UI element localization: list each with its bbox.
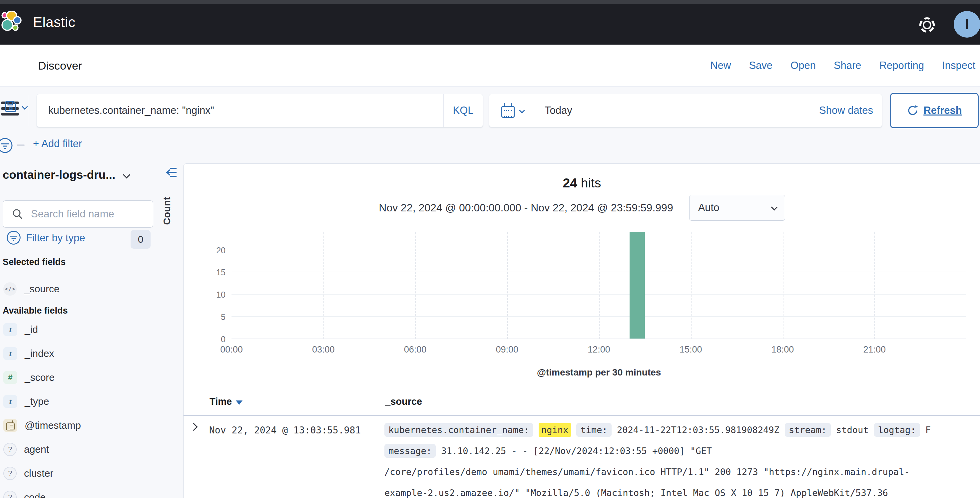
gridline-x-21	[874, 232, 875, 339]
column-header-time[interactable]: Time	[210, 396, 242, 407]
refresh-label: Refresh	[923, 105, 962, 116]
x-tick-00:00: 00:00	[208, 344, 255, 355]
refresh-button[interactable]: Refresh	[890, 93, 978, 128]
top-menu-link-share[interactable]: Share	[834, 60, 861, 71]
field-item-cluster[interactable]: ?cluster	[0, 464, 180, 483]
source-field-key: logtag:	[874, 423, 920, 437]
filter-by-type-row: Filter by type 0	[0, 229, 157, 250]
chevron-down-icon	[22, 103, 28, 109]
index-pattern-name: container-logs-dru...	[3, 168, 115, 181]
unknown-icon: ?	[3, 443, 17, 456]
field-name: @timestamp	[25, 420, 81, 431]
field-item--timestamp[interactable]: @timestamp	[0, 416, 180, 435]
highlighted-term: nginx	[539, 423, 571, 437]
filter-pin-dash	[17, 144, 25, 146]
field-item--type[interactable]: t_type	[0, 392, 180, 411]
number-icon: #	[3, 371, 18, 384]
add-filter-button[interactable]: + Add filter	[33, 138, 82, 150]
unknown-icon: ?	[3, 467, 17, 480]
date-icon	[3, 419, 18, 432]
query-language-button[interactable]: KQL	[443, 94, 483, 127]
source-field-key: stream:	[785, 423, 831, 437]
source-field-value: stdout	[836, 425, 869, 435]
field-item--index[interactable]: t_index	[0, 344, 180, 363]
y-tick-20: 20	[206, 246, 226, 255]
histogram-chart[interactable]: 0510152000:0003:0006:0009:0012:0015:0018…	[232, 232, 966, 339]
field-item--id[interactable]: t_id	[0, 320, 180, 339]
filter-count-badge: 0	[130, 230, 151, 249]
column-header-source[interactable]: _source	[385, 396, 422, 407]
index-pattern-switcher[interactable]: container-logs-dru...	[3, 168, 129, 181]
top-menu-link-inspect[interactable]: Inspect	[942, 60, 975, 71]
y-tick-10: 10	[206, 290, 226, 300]
help-icon[interactable]	[918, 16, 936, 33]
gridline-x-6	[415, 232, 416, 339]
filter-icon[interactable]	[0, 137, 13, 154]
selected-fields-heading: Selected fields	[3, 257, 65, 267]
query-bar[interactable]: kubernetes.container_name: "nginx" KQL	[37, 94, 483, 127]
window-top-strip	[0, 0, 980, 4]
query-input[interactable]: kubernetes.container_name: "nginx"	[48, 94, 214, 127]
field-name: _index	[25, 348, 54, 359]
x-tick-09:00: 09:00	[484, 344, 530, 355]
x-tick-03:00: 03:00	[300, 344, 347, 355]
calendar-icon	[501, 106, 515, 118]
gridline-x-3	[323, 232, 324, 339]
chevron-down-icon	[771, 204, 778, 211]
filter-by-type-button[interactable]: Filter by type	[26, 232, 85, 244]
y-tick-15: 15	[206, 268, 226, 277]
field-name: cluster	[24, 468, 53, 479]
y-axis-title: Count	[162, 188, 173, 234]
field-name: _id	[25, 324, 38, 335]
x-axis-title: @timestamp per 30 minutes	[232, 367, 966, 378]
show-dates-button[interactable]: Show dates	[819, 94, 873, 127]
save-icon	[4, 100, 18, 113]
string-icon: t	[3, 347, 18, 360]
doc-table-header: Time _source	[183, 389, 980, 416]
discover-app: Elastic I Discover NewSaveOpenShareRepor…	[0, 0, 980, 498]
field-item--score[interactable]: #_score	[0, 368, 180, 387]
user-avatar[interactable]: I	[954, 11, 980, 38]
field-name: agent	[24, 444, 49, 455]
gridline-x-12	[599, 232, 600, 339]
doc-row-source: kubernetes.container_name: nginx time: 2…	[384, 419, 951, 498]
string-icon: t	[3, 395, 18, 408]
top-menu-link-save[interactable]: Save	[749, 60, 773, 71]
time-range-label: Nov 22, 2024 @ 00:00:00.000 - Nov 22, 20…	[379, 202, 673, 214]
field-name: code	[24, 492, 46, 498]
interval-select[interactable]: Auto	[689, 195, 785, 221]
filter-icon	[6, 230, 21, 245]
x-tick-06:00: 06:00	[392, 344, 439, 355]
collapse-sidebar-icon[interactable]	[165, 166, 178, 179]
unknown-icon: ?	[3, 491, 17, 498]
x-tick-18:00: 18:00	[759, 344, 806, 355]
source-field-key: time:	[576, 423, 611, 437]
hits-count: 24	[563, 176, 577, 190]
search-icon	[12, 208, 24, 220]
expand-row-icon[interactable]	[189, 424, 201, 436]
gridline-x-18	[783, 232, 783, 339]
app-nav-row: Discover NewSaveOpenShareReportingInspec…	[0, 44, 980, 87]
top-header-bar: Elastic I	[0, 0, 980, 44]
date-quick-select-button[interactable]	[489, 94, 536, 127]
sort-desc-icon	[236, 400, 242, 405]
x-tick-15:00: 15:00	[668, 344, 714, 355]
field-name: _type	[25, 396, 49, 407]
elastic-logo-icon[interactable]	[1, 11, 23, 35]
y-tick-5: 5	[206, 312, 226, 322]
saved-query-menu-button[interactable]	[4, 100, 27, 113]
top-menu-link-new[interactable]: New	[710, 60, 731, 71]
field-search-input[interactable]: Search field name	[3, 200, 153, 228]
top-menu-link-reporting[interactable]: Reporting	[880, 60, 924, 71]
refresh-icon	[907, 105, 919, 116]
field-item-code[interactable]: ?code	[0, 488, 180, 498]
field-item-agent[interactable]: ?agent	[0, 440, 180, 459]
source-field-key: kubernetes.container_name:	[384, 423, 533, 437]
top-menu-link-open[interactable]: Open	[791, 60, 816, 71]
histogram-bar-13:00[interactable]	[630, 232, 645, 339]
string-icon: t	[3, 323, 18, 336]
field-item--source[interactable]: </>_source	[0, 280, 180, 298]
field-name: _source	[24, 283, 60, 295]
time-range-display[interactable]: Today	[545, 94, 572, 127]
x-tick-21:00: 21:00	[851, 344, 898, 355]
